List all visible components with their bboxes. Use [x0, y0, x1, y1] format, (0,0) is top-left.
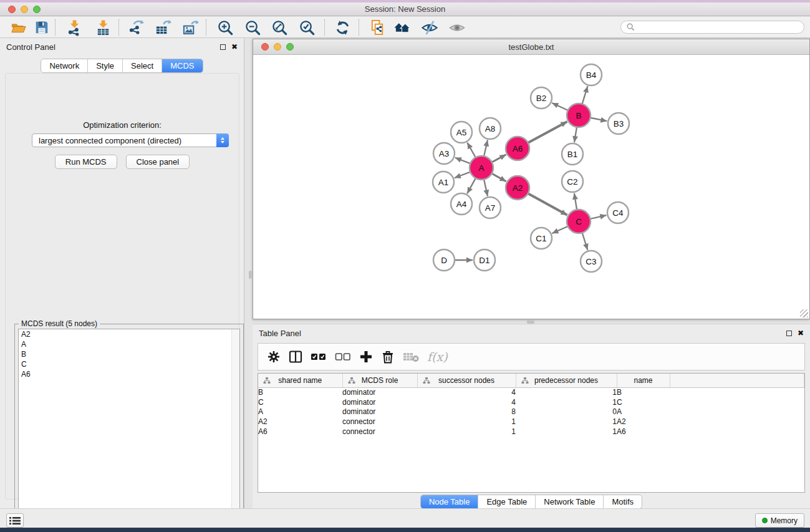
graph-node-B1[interactable]: B1 — [562, 143, 583, 165]
tab-style[interactable]: Style — [87, 59, 122, 72]
search-input[interactable] — [638, 23, 794, 32]
graph-node-A[interactable]: A — [470, 156, 493, 180]
close-panel-button[interactable]: Close panel — [126, 155, 190, 169]
list-item[interactable]: A — [19, 339, 239, 349]
refresh-layout-button[interactable] — [333, 19, 352, 36]
column-header-name[interactable]: name — [617, 374, 670, 387]
select-all-columns-button[interactable] — [311, 352, 327, 362]
graph-node-D[interactable]: D — [433, 249, 455, 271]
hide-selected-button[interactable] — [420, 19, 439, 36]
network-canvas[interactable]: B4B2BB3A8A5A6A3B1AA1C2A2A4A7C4CC1DD1C3 — [253, 55, 809, 319]
graph-node-A4[interactable]: A4 — [451, 193, 472, 215]
export-table-icon — [155, 19, 171, 36]
network-graph[interactable]: B4B2BB3A8A5A6A3B1AA1C2A2A4A7C4CC1DD1C3 — [253, 55, 809, 319]
mcds-panel: Optimization criterion: largest connecte… — [5, 73, 239, 500]
tab-select[interactable]: Select — [122, 59, 162, 72]
list-item[interactable]: C — [19, 359, 239, 369]
graph-node-B[interactable]: B — [567, 104, 591, 127]
graph-node-D1[interactable]: D1 — [474, 249, 495, 271]
show-all-button[interactable] — [448, 19, 466, 36]
column-header-shared-name[interactable]: shared name — [258, 374, 342, 387]
run-mcds-button[interactable]: Run MCDS — [55, 155, 117, 169]
search-field[interactable] — [620, 21, 804, 34]
graph-node-A8[interactable]: A8 — [480, 118, 501, 139]
zoom-selected-button[interactable] — [297, 19, 316, 36]
tab-node-table[interactable]: Node Table — [421, 495, 478, 508]
memory-button[interactable]: Memory — [755, 513, 804, 528]
network-vertical-scrollbar[interactable] — [249, 271, 252, 279]
svg-text:B3: B3 — [614, 119, 624, 128]
list-item[interactable]: A6 — [19, 369, 239, 379]
zoom-out-button[interactable] — [243, 19, 262, 36]
graph-node-B4[interactable]: B4 — [581, 64, 602, 85]
graph-node-C4[interactable]: C4 — [607, 202, 629, 223]
graph-node-A3[interactable]: A3 — [433, 143, 455, 164]
save-session-button[interactable] — [32, 19, 51, 36]
unselect-all-columns-button[interactable] — [335, 352, 351, 362]
zoom-fit-button[interactable] — [270, 19, 289, 36]
copy-network-icon — [369, 19, 386, 36]
delete-table-button[interactable] — [403, 351, 419, 362]
float-panel-icon[interactable] — [786, 331, 792, 336]
window-resize-grip[interactable] — [800, 309, 808, 317]
network-window-title: testGlobe.txt — [253, 42, 809, 52]
search-icon — [627, 23, 635, 31]
settings-gear-button[interactable] — [267, 350, 281, 364]
list-item[interactable]: A2 — [19, 329, 239, 339]
graph-node-A1[interactable]: A1 — [433, 172, 454, 193]
graph-node-A2[interactable]: A2 — [506, 176, 529, 200]
criterion-dropdown[interactable]: largest connected component (directed) — [32, 133, 229, 147]
home-icon — [393, 19, 412, 36]
tab-motifs[interactable]: Motifs — [603, 495, 642, 508]
import-table-button[interactable] — [94, 19, 112, 36]
svg-text:B4: B4 — [586, 70, 597, 80]
graph-node-A7[interactable]: A7 — [480, 197, 501, 218]
export-table-button[interactable] — [153, 19, 172, 36]
graph-node-C[interactable]: C — [567, 210, 591, 233]
tab-mcds[interactable]: MCDS — [162, 59, 202, 72]
svg-text:B1: B1 — [567, 150, 578, 159]
tab-network-table[interactable]: Network Table — [535, 495, 603, 508]
close-panel-icon[interactable]: ✖ — [231, 44, 238, 50]
delete-column-button[interactable] — [381, 350, 395, 364]
network-window-titlebar[interactable]: testGlobe.txt — [253, 39, 809, 55]
export-image-button[interactable] — [181, 19, 200, 36]
unchecked-boxes-icon — [335, 352, 351, 362]
table-row[interactable]: Adominator80A — [258, 407, 804, 417]
tab-network[interactable]: Network — [41, 59, 87, 72]
mcds-result-list[interactable]: A2ABCA6 — [18, 329, 240, 530]
list-scrollbar[interactable] — [231, 329, 239, 529]
export-network-button[interactable] — [127, 19, 145, 36]
table-row[interactable]: Cdominator41C — [258, 397, 804, 407]
svg-text:A3: A3 — [439, 149, 450, 158]
table-panel-header: Table Panel ✖ — [253, 324, 810, 342]
graph-node-B2[interactable]: B2 — [531, 87, 552, 109]
column-layout-button[interactable] — [289, 350, 302, 364]
open-file-button[interactable] — [9, 19, 27, 36]
first-neighbors-button[interactable] — [393, 19, 412, 36]
column-header-mcds-role[interactable]: MCDS role — [342, 374, 417, 387]
dropdown-stepper-icon — [216, 133, 229, 147]
tab-edge-table[interactable]: Edge Table — [478, 495, 535, 508]
graph-node-C2[interactable]: C2 — [562, 171, 583, 192]
graph-node-C1[interactable]: C1 — [531, 228, 552, 249]
graph-node-C3[interactable]: C3 — [581, 251, 602, 272]
table-row[interactable]: Bdominator41B — [258, 387, 804, 397]
svg-text:A2: A2 — [513, 183, 523, 193]
list-item[interactable]: B — [19, 349, 239, 359]
close-panel-icon[interactable]: ✖ — [798, 330, 804, 336]
copy-network-button[interactable] — [368, 19, 387, 36]
graph-node-B3[interactable]: B3 — [608, 113, 629, 134]
column-header-predecessor-nodes[interactable]: predecessor nodes — [516, 374, 617, 387]
import-network-button[interactable] — [65, 19, 84, 36]
add-column-button[interactable] — [359, 350, 373, 364]
graph-node-A6[interactable]: A6 — [506, 137, 529, 160]
float-panel-icon[interactable] — [220, 44, 226, 50]
function-builder-button[interactable]: f(x) — [427, 351, 448, 363]
table-row[interactable]: A2connector11A2 — [258, 417, 804, 427]
column-header-successor-nodes[interactable]: successor nodes — [417, 374, 516, 387]
task-history-button[interactable] — [6, 513, 24, 528]
zoom-in-button[interactable] — [216, 19, 234, 36]
table-row[interactable]: A6connector11A6 — [258, 427, 804, 437]
graph-node-A5[interactable]: A5 — [451, 122, 472, 143]
